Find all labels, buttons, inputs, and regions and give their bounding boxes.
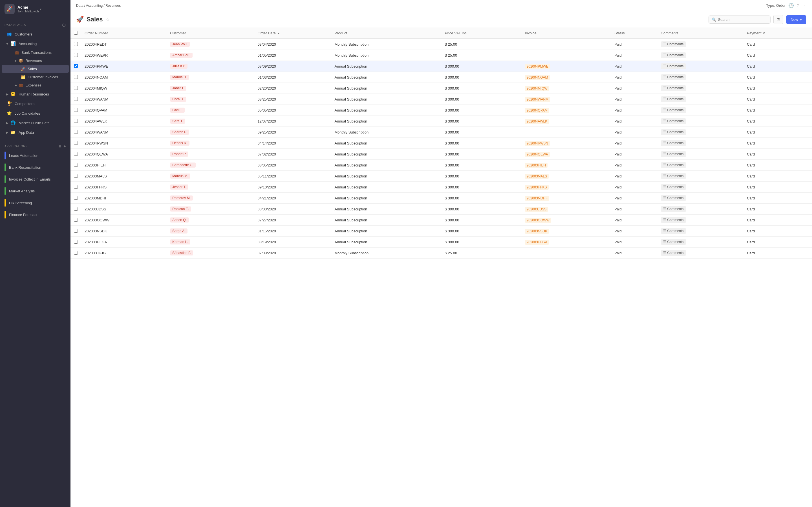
customer-badge[interactable]: Dennis R. bbox=[170, 140, 190, 146]
filter-button[interactable]: ⚗ bbox=[773, 15, 783, 24]
invoice-link[interactable]: 202004WANM bbox=[525, 97, 550, 102]
row-checkbox-cell[interactable] bbox=[70, 138, 81, 149]
comments-button[interactable]: ☰ Comments bbox=[661, 41, 686, 47]
sidebar-item-bank-transactions[interactable]: 💼 Bank Transactions bbox=[2, 49, 69, 56]
company-chevron-icon[interactable]: ▾ bbox=[40, 8, 42, 11]
breadcrumb-accounting[interactable]: Accounting bbox=[86, 4, 103, 8]
row-checkbox[interactable] bbox=[74, 141, 78, 145]
row-checkbox-cell[interactable] bbox=[70, 204, 81, 215]
sidebar-item-expenses[interactable]: ▶ 💼 Expenses bbox=[2, 81, 69, 89]
customer-badge[interactable]: Robert P. bbox=[170, 152, 188, 157]
sidebar-item-job-candidates[interactable]: ⭐ Job Candidates bbox=[2, 109, 69, 118]
comments-button[interactable]: ☰ Comments bbox=[661, 140, 686, 146]
row-checkbox[interactable] bbox=[74, 251, 78, 255]
customer-badge[interactable]: Sara T. bbox=[170, 119, 185, 124]
row-checkbox[interactable] bbox=[74, 207, 78, 211]
row-checkbox[interactable] bbox=[74, 174, 78, 178]
row-checkbox-cell[interactable] bbox=[70, 171, 81, 182]
customer-badge[interactable]: Amber Bou. bbox=[170, 53, 192, 58]
row-checkbox[interactable] bbox=[74, 42, 78, 46]
row-checkbox[interactable] bbox=[74, 97, 78, 101]
customer-badge[interactable]: Adrien Q. bbox=[170, 217, 189, 223]
customer-badge[interactable]: Jesper T. bbox=[170, 184, 188, 189]
new-button[interactable]: New + bbox=[786, 15, 806, 24]
customer-badge[interactable]: Marcus M. bbox=[170, 173, 190, 179]
customer-badge[interactable]: Jean Pou. bbox=[170, 42, 190, 47]
comments-button[interactable]: ☰ Comments bbox=[661, 162, 686, 168]
apps-add-icon[interactable]: ⊕ bbox=[63, 145, 66, 148]
row-checkbox[interactable] bbox=[74, 130, 78, 134]
sidebar-item-app-data[interactable]: ▶ 📁 App Data bbox=[2, 128, 69, 137]
invoice-link[interactable]: 202004MIQW bbox=[525, 86, 549, 91]
row-checkbox-cell[interactable] bbox=[70, 127, 81, 138]
search-input[interactable] bbox=[718, 17, 767, 22]
comments-button[interactable]: ☰ Comments bbox=[661, 129, 686, 135]
row-checkbox-cell[interactable] bbox=[70, 193, 81, 204]
invoice-link[interactable]: 202004RWSN bbox=[525, 141, 550, 146]
sidebar-item-revenues[interactable]: ▶ 📦 Revenues bbox=[2, 57, 69, 64]
app-item-hr-screening[interactable]: HR Screening bbox=[0, 197, 70, 209]
customer-badge[interactable]: Laci L. bbox=[170, 108, 185, 113]
row-checkbox-cell[interactable] bbox=[70, 105, 81, 116]
sidebar-item-competitors[interactable]: 🏆 Competitors bbox=[2, 99, 69, 108]
customer-badge[interactable]: Sharon P. bbox=[170, 129, 189, 135]
comments-button[interactable]: ☰ Comments bbox=[661, 217, 686, 223]
select-all-checkbox[interactable] bbox=[74, 31, 78, 35]
row-checkbox-cell[interactable] bbox=[70, 94, 81, 105]
comments-button[interactable]: ☰ Comments bbox=[661, 239, 686, 245]
customer-badge[interactable]: Bernadette O. bbox=[170, 163, 196, 168]
invoice-link[interactable]: 202004PMWE bbox=[525, 64, 550, 69]
row-checkbox-cell[interactable] bbox=[70, 226, 81, 237]
col-order-date[interactable]: Order Date ▾ bbox=[254, 28, 331, 39]
customer-badge[interactable]: Kerman L. bbox=[170, 239, 190, 244]
row-checkbox[interactable] bbox=[74, 119, 78, 123]
customer-badge[interactable]: Pomeroy M. bbox=[170, 195, 193, 201]
comments-button[interactable]: ☰ Comments bbox=[661, 250, 686, 256]
comments-button[interactable]: ☰ Comments bbox=[661, 74, 686, 80]
row-checkbox[interactable] bbox=[74, 64, 78, 68]
app-item-market-analysis[interactable]: Market Analysis bbox=[0, 185, 70, 197]
search-bar[interactable]: 🔍 bbox=[709, 15, 770, 24]
sidebar-item-sales[interactable]: 🚀 Sales bbox=[2, 65, 69, 73]
invoice-link[interactable]: 202004QPAM bbox=[525, 108, 550, 113]
row-checkbox[interactable] bbox=[74, 75, 78, 79]
row-checkbox-cell[interactable] bbox=[70, 160, 81, 171]
row-checkbox-cell[interactable] bbox=[70, 50, 81, 61]
row-checkbox[interactable] bbox=[74, 229, 78, 233]
customer-badge[interactable]: Serge A. bbox=[170, 228, 188, 233]
add-data-space-icon[interactable]: ⊕ bbox=[62, 22, 66, 27]
comments-button[interactable]: ☰ Comments bbox=[661, 151, 686, 157]
comments-button[interactable]: ☰ Comments bbox=[661, 107, 686, 113]
comments-button[interactable]: ☰ Comments bbox=[661, 63, 686, 69]
sidebar-item-accounting[interactable]: ▶ 📊 Accounting bbox=[2, 39, 69, 48]
share-icon[interactable]: ⤴ bbox=[797, 3, 799, 8]
comments-button[interactable]: ☰ Comments bbox=[661, 173, 686, 179]
customer-badge[interactable]: Sébastien F. bbox=[170, 250, 193, 256]
invoice-link[interactable]: 202003HFGA bbox=[525, 240, 549, 245]
invoice-link[interactable]: 202003OOWW bbox=[525, 218, 551, 223]
sidebar-item-customers[interactable]: 👥 Customers bbox=[2, 30, 69, 39]
favorite-star-icon[interactable]: ☆ bbox=[106, 17, 110, 22]
row-checkbox-cell[interactable] bbox=[70, 61, 81, 72]
comments-button[interactable]: ☰ Comments bbox=[661, 228, 686, 234]
app-item-invoices-collect[interactable]: Invoices Collect in Emails bbox=[0, 173, 70, 185]
breadcrumb-revenues[interactable]: Revenues bbox=[105, 4, 121, 8]
row-checkbox-cell[interactable] bbox=[70, 83, 81, 94]
app-item-finance-forecast[interactable]: Finance Forecast bbox=[0, 209, 70, 221]
row-checkbox-cell[interactable] bbox=[70, 116, 81, 127]
sidebar-item-human-resources[interactable]: ▶ 😊 Human Resources bbox=[2, 90, 69, 99]
app-item-bank-reconciliation[interactable]: Bank Reconciliation bbox=[0, 161, 70, 173]
row-checkbox[interactable] bbox=[74, 240, 78, 244]
comments-button[interactable]: ☰ Comments bbox=[661, 86, 686, 91]
select-all-header[interactable] bbox=[70, 28, 81, 39]
sidebar-item-customer-invoices[interactable]: 🗂️ Customer Invoices bbox=[2, 73, 69, 81]
row-checkbox[interactable] bbox=[74, 163, 78, 167]
row-checkbox[interactable] bbox=[74, 185, 78, 189]
invoice-link[interactable]: 202004NOAM bbox=[525, 75, 550, 80]
row-checkbox[interactable] bbox=[74, 86, 78, 90]
row-checkbox-cell[interactable] bbox=[70, 247, 81, 259]
customer-badge[interactable]: Cora D. bbox=[170, 97, 186, 102]
invoice-link[interactable]: 202003FHKS bbox=[525, 185, 549, 190]
invoice-link[interactable]: 202003HIEH bbox=[525, 163, 548, 168]
invoice-link[interactable]: 202003NSDK bbox=[525, 229, 549, 234]
